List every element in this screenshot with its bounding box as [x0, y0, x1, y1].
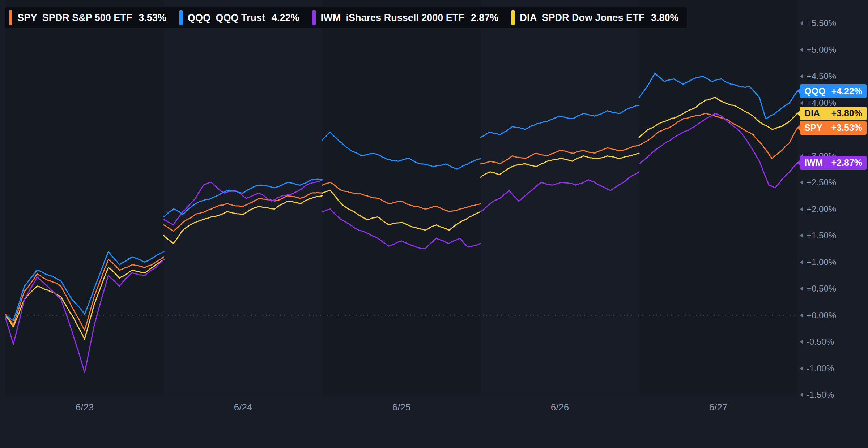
- y-tick-text: -0.50%: [807, 337, 834, 347]
- tick-arrow-icon: [800, 392, 803, 397]
- legend-ticker: IWM: [321, 12, 341, 23]
- y-tick-text: -1.00%: [807, 363, 834, 374]
- legend-item-iwm[interactable]: IWMiShares Russell 2000 ETF2.87%: [312, 10, 499, 25]
- badge-change-value: +4.22%: [831, 86, 863, 96]
- series-color-swatch: [312, 10, 316, 25]
- badge-pointer-icon: [797, 160, 800, 166]
- price-badge-qqq[interactable]: QQQ+4.22%: [800, 84, 867, 98]
- tick-arrow-icon: [800, 180, 803, 185]
- badge-pointer-icon: [797, 88, 800, 94]
- legend-item-dia[interactable]: DIASPDR Dow Jones ETF3.80%: [511, 10, 678, 25]
- badge-change-value: +3.53%: [831, 122, 863, 133]
- tick-arrow-icon: [800, 233, 803, 238]
- price-badge-spy[interactable]: SPY+3.53%: [800, 121, 867, 135]
- y-tick-text: +4.50%: [807, 71, 836, 81]
- x-date-label: 6/25: [392, 402, 411, 413]
- y-tick-text: +5.00%: [807, 45, 836, 55]
- legend-item-qqq[interactable]: QQQQQQ Trust4.22%: [179, 10, 299, 25]
- tick-arrow-icon: [800, 366, 803, 371]
- y-tick-text: +0.00%: [807, 310, 836, 320]
- series-line-dia: [481, 153, 639, 177]
- tick-arrow-icon: [800, 286, 803, 291]
- series-color-swatch: [511, 10, 515, 25]
- y-tick-text: +1.50%: [807, 231, 836, 241]
- badge-pointer-icon: [797, 111, 800, 116]
- tick-arrow-icon: [800, 260, 803, 265]
- tick-arrow-icon: [800, 74, 803, 79]
- y-tick-label: +0.50%: [800, 284, 836, 294]
- badge-ticker: DIA: [804, 108, 820, 119]
- legend-fund-name: QQQ Trust: [216, 12, 265, 23]
- badge-pointer-icon: [797, 125, 800, 131]
- tick-arrow-icon: [800, 21, 803, 26]
- tick-arrow-icon: [800, 207, 803, 212]
- legend-percent: 3.53%: [139, 12, 166, 23]
- y-tick-text: +2.50%: [807, 177, 836, 188]
- legend-fund-name: SPDR S&P 500 ETF: [42, 12, 132, 23]
- legend-percent: 4.22%: [272, 12, 299, 23]
- y-tick-label: +4.50%: [800, 71, 836, 81]
- badge-change-value: +2.87%: [831, 158, 863, 168]
- tick-arrow-icon: [800, 313, 803, 318]
- y-tick-label: +2.50%: [800, 177, 836, 188]
- session-band: [639, 0, 797, 395]
- y-tick-text: +0.50%: [807, 284, 836, 294]
- y-tick-label: +1.50%: [800, 231, 836, 241]
- legend-percent: 2.87%: [471, 12, 499, 23]
- series-legend: SPYSPDR S&P 500 ETF3.53%QQQQQQ Trust4.22…: [5, 7, 687, 28]
- series-line-spy: [481, 145, 639, 164]
- badge-ticker: SPY: [804, 122, 822, 133]
- legend-ticker: DIA: [520, 12, 537, 23]
- badge-ticker: IWM: [804, 158, 823, 168]
- badge-ticker: QQQ: [804, 86, 825, 96]
- chart-canvas[interactable]: [0, 0, 868, 448]
- x-date-label: 6/24: [234, 402, 252, 413]
- y-tick-label: +5.00%: [800, 45, 836, 55]
- price-badge-iwm[interactable]: IWM+2.87%: [800, 156, 867, 170]
- y-tick-label: +1.00%: [800, 257, 836, 267]
- legend-ticker: QQQ: [188, 12, 211, 23]
- series-line-iwm: [481, 172, 639, 212]
- y-tick-label: -1.50%: [800, 390, 834, 400]
- price-badge-dia[interactable]: DIA+3.80%: [800, 107, 867, 120]
- series-line-qqq: [481, 105, 639, 137]
- session-band: [322, 0, 481, 395]
- x-date-label: 6/27: [709, 402, 728, 413]
- y-tick-text: +2.00%: [807, 204, 836, 214]
- legend-ticker: SPY: [17, 12, 37, 23]
- series-color-swatch: [179, 10, 183, 25]
- tick-arrow-icon: [800, 100, 803, 105]
- y-tick-label: -1.00%: [800, 363, 834, 374]
- y-tick-label: -0.50%: [800, 337, 834, 347]
- legend-percent: 3.80%: [651, 12, 679, 23]
- session-band: [5, 0, 164, 395]
- x-date-label: 6/23: [76, 402, 94, 413]
- y-tick-text: +1.00%: [807, 257, 836, 267]
- legend-fund-name: SPDR Dow Jones ETF: [542, 12, 644, 23]
- series-line-iwm: [164, 180, 322, 225]
- y-tick-text: +5.50%: [807, 18, 836, 28]
- x-date-label: 6/26: [551, 402, 569, 413]
- series-color-swatch: [9, 10, 12, 25]
- y-tick-label: +2.00%: [800, 204, 836, 214]
- y-tick-text: -1.50%: [807, 390, 834, 400]
- legend-item-spy[interactable]: SPYSPDR S&P 500 ETF3.53%: [9, 10, 166, 25]
- tick-arrow-icon: [800, 339, 803, 344]
- tick-arrow-icon: [800, 47, 803, 52]
- y-tick-label: +0.00%: [800, 310, 836, 320]
- y-tick-label: +5.50%: [800, 18, 836, 28]
- legend-fund-name: iShares Russell 2000 ETF: [346, 12, 464, 23]
- etf-comparison-chart-app: SPYSPDR S&P 500 ETF3.53%QQQQQQ Trust4.22…: [0, 0, 868, 448]
- series-line-spy: [164, 193, 322, 232]
- badge-change-value: +3.80%: [831, 108, 863, 119]
